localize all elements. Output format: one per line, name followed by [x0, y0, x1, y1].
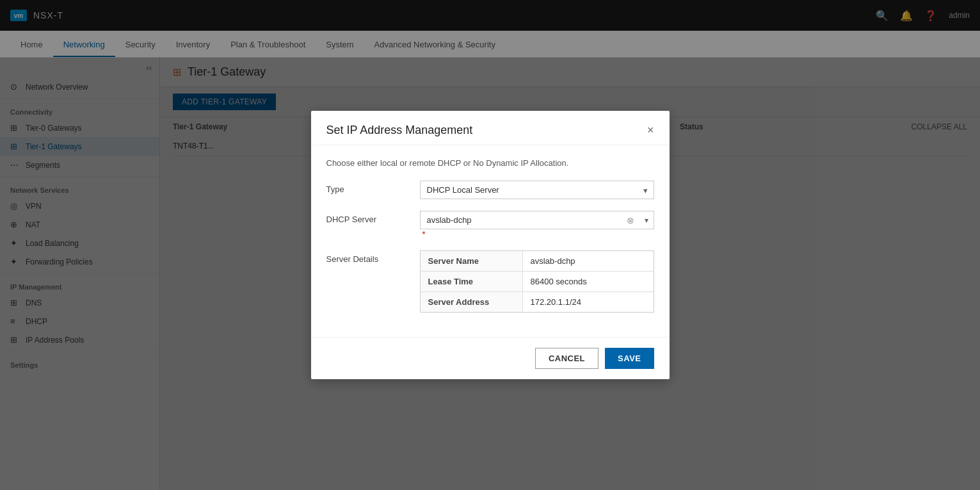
type-select-wrap: DHCP Local Server DHCP Remote Server No …: [420, 181, 654, 199]
server-detail-value-1: 86400 seconds: [522, 272, 654, 292]
form-row-server-details: Server Details Server Name avslab-dchp L…: [326, 250, 654, 313]
server-detail-value-0: avslab-dchp: [522, 251, 654, 272]
modal-footer: CANCEL SAVE: [311, 337, 670, 379]
save-button[interactable]: SAVE: [605, 348, 654, 369]
form-row-dhcp-server: DHCP Server ⊗ ▾ *: [326, 211, 654, 239]
server-detail-row-2: Server Address 172.20.1.1/24: [420, 292, 654, 313]
form-row-type: Type DHCP Local Server DHCP Remote Serve…: [326, 181, 654, 199]
type-label: Type: [326, 181, 410, 194]
required-indicator: *: [422, 229, 426, 239]
modal-description: Choose either local or remote DHCP or No…: [326, 158, 654, 168]
server-detail-key-2: Server Address: [420, 292, 522, 313]
dhcp-server-input-container: ⊗ ▾: [420, 211, 654, 229]
modal-set-ip-address: Set IP Address Management × Choose eithe…: [311, 111, 670, 379]
server-details-label: Server Details: [326, 250, 410, 264]
type-select[interactable]: DHCP Local Server DHCP Remote Server No …: [420, 181, 654, 199]
dhcp-server-input[interactable]: [421, 211, 622, 229]
server-detail-row-1: Lease Time 86400 seconds: [420, 272, 654, 292]
server-detail-key-0: Server Name: [420, 251, 522, 272]
dhcp-server-label: DHCP Server: [326, 211, 410, 224]
dhcp-server-clear-button[interactable]: ⊗: [622, 215, 639, 225]
server-detail-row-0: Server Name avslab-dchp: [420, 251, 654, 272]
server-detail-key-1: Lease Time: [420, 272, 522, 292]
server-details-table: Server Name avslab-dchp Lease Time 86400…: [420, 250, 654, 313]
modal-close-button[interactable]: ×: [647, 124, 654, 137]
modal-overlay: Set IP Address Management × Choose eithe…: [0, 0, 980, 490]
modal-title: Set IP Address Management: [326, 124, 473, 137]
modal-body: Choose either local or remote DHCP or No…: [311, 145, 670, 337]
server-detail-value-2: 172.20.1.1/24: [522, 292, 654, 313]
cancel-button[interactable]: CANCEL: [535, 348, 598, 369]
dhcp-server-input-wrap: ⊗ ▾ *: [420, 211, 654, 239]
dhcp-server-chevron-button[interactable]: ▾: [639, 216, 654, 225]
server-details-table-wrap: Server Name avslab-dchp Lease Time 86400…: [420, 250, 654, 313]
modal-header: Set IP Address Management ×: [311, 111, 670, 145]
